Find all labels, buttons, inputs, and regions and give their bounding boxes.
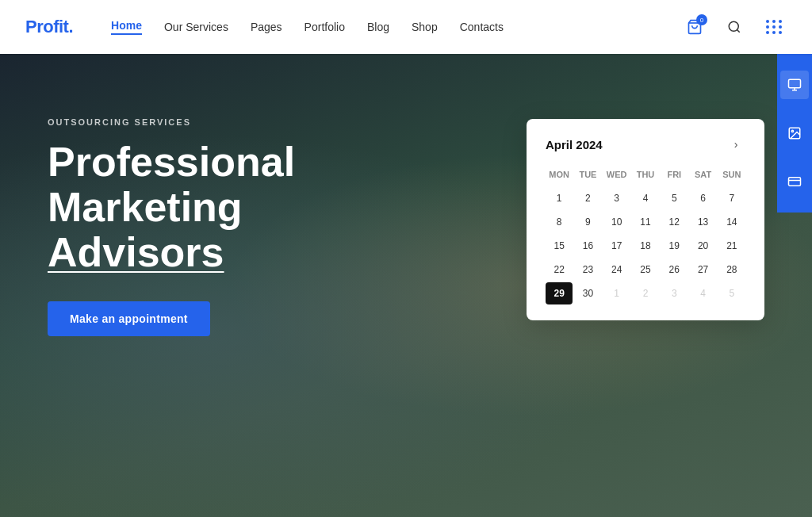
day-header-mon: MON bbox=[546, 167, 573, 186]
cal-day-21[interactable]: 21 bbox=[718, 235, 745, 257]
nav-home[interactable]: Home bbox=[111, 19, 142, 35]
cal-day-13[interactable]: 13 bbox=[689, 211, 716, 233]
right-sidebar bbox=[777, 54, 812, 213]
cal-day-18[interactable]: 18 bbox=[632, 235, 659, 257]
cal-day-next-5[interactable]: 5 bbox=[718, 282, 745, 304]
nav-pages[interactable]: Pages bbox=[251, 21, 282, 33]
cal-day-next-4[interactable]: 4 bbox=[689, 282, 716, 304]
logo[interactable]: Profit. bbox=[25, 17, 73, 37]
svg-rect-3 bbox=[789, 79, 801, 88]
day-header-sun: SUN bbox=[718, 167, 745, 186]
svg-line-2 bbox=[737, 29, 739, 32]
nav-shop[interactable]: Shop bbox=[412, 21, 438, 33]
day-header-tue: TUE bbox=[574, 167, 601, 186]
main-nav: Home Our Services Pages Portfolio Blog S… bbox=[111, 19, 682, 35]
cal-day-14[interactable]: 14 bbox=[718, 211, 745, 233]
cal-day-27[interactable]: 27 bbox=[689, 258, 716, 281]
hero-title-line2: Marketing bbox=[48, 184, 243, 230]
cal-day-16[interactable]: 16 bbox=[574, 235, 601, 257]
nav-contacts[interactable]: Contacts bbox=[460, 21, 504, 33]
logo-text: Profit bbox=[25, 17, 68, 36]
cal-day-12[interactable]: 12 bbox=[661, 211, 688, 233]
calendar-title: April 2024 bbox=[546, 138, 603, 151]
day-header-fri: FRI bbox=[661, 167, 688, 186]
hero-title-line1: Professional bbox=[48, 139, 295, 185]
sidebar-image-icon[interactable] bbox=[780, 119, 809, 147]
header-icons: 0 bbox=[682, 14, 787, 40]
calendar-next-button[interactable]: › bbox=[726, 135, 745, 154]
cart-badge: 0 bbox=[696, 14, 707, 25]
search-icon[interactable] bbox=[722, 14, 747, 40]
cal-day-10[interactable]: 10 bbox=[603, 211, 630, 233]
cart-icon[interactable]: 0 bbox=[682, 14, 707, 40]
nav-portfolio[interactable]: Portfolio bbox=[304, 21, 345, 33]
cal-day-next-1[interactable]: 1 bbox=[603, 282, 630, 304]
cal-day-19[interactable]: 19 bbox=[661, 235, 688, 257]
cal-day-1[interactable]: 1 bbox=[546, 187, 573, 209]
cal-day-6[interactable]: 6 bbox=[689, 187, 716, 209]
cal-day-5[interactable]: 5 bbox=[661, 187, 688, 209]
hero-title-line3: Advisors bbox=[48, 229, 224, 275]
cal-day-22[interactable]: 22 bbox=[546, 258, 573, 281]
calendar-popup: April 2024 › MON TUE WED THU FRI SAT SUN… bbox=[527, 119, 764, 320]
cal-day-25[interactable]: 25 bbox=[632, 258, 659, 281]
cal-day-30[interactable]: 30 bbox=[574, 282, 601, 304]
cal-day-17[interactable]: 17 bbox=[603, 235, 630, 257]
cal-day-9[interactable]: 9 bbox=[574, 211, 601, 233]
cal-day-11[interactable]: 11 bbox=[632, 211, 659, 233]
cal-day-28[interactable]: 28 bbox=[718, 258, 745, 281]
cal-day-next-3[interactable]: 3 bbox=[661, 282, 688, 304]
hero-title: Professional Marketing Advisors bbox=[48, 140, 476, 276]
header: Profit. Home Our Services Pages Portfoli… bbox=[0, 0, 812, 54]
nav-our-services[interactable]: Our Services bbox=[164, 21, 228, 33]
make-appointment-button[interactable]: Make an appointment bbox=[48, 301, 210, 336]
cal-day-26[interactable]: 26 bbox=[661, 258, 688, 281]
svg-rect-8 bbox=[789, 178, 801, 186]
svg-point-1 bbox=[729, 21, 738, 31]
sidebar-cart-icon[interactable] bbox=[780, 71, 809, 99]
cal-day-next-2[interactable]: 2 bbox=[632, 282, 659, 304]
cal-day-4[interactable]: 4 bbox=[632, 187, 659, 209]
day-header-sat: SAT bbox=[689, 167, 716, 186]
grid-menu-icon[interactable] bbox=[761, 14, 787, 40]
cal-day-20[interactable]: 20 bbox=[689, 235, 716, 257]
cal-day-23[interactable]: 23 bbox=[574, 258, 601, 281]
cal-day-2[interactable]: 2 bbox=[574, 187, 601, 209]
day-header-wed: WED bbox=[603, 167, 630, 186]
calendar-grid: MON TUE WED THU FRI SAT SUN 1 2 3 4 5 6 … bbox=[546, 167, 745, 304]
cal-day-3[interactable]: 3 bbox=[603, 187, 630, 209]
cal-day-15[interactable]: 15 bbox=[546, 235, 573, 257]
cal-day-8[interactable]: 8 bbox=[546, 211, 573, 233]
cal-day-24[interactable]: 24 bbox=[603, 258, 630, 281]
day-header-thu: THU bbox=[632, 167, 659, 186]
sidebar-card-icon[interactable] bbox=[780, 167, 809, 196]
calendar-header: April 2024 › bbox=[546, 135, 745, 154]
logo-dot: . bbox=[68, 17, 73, 36]
nav-blog[interactable]: Blog bbox=[367, 21, 389, 33]
dots-grid bbox=[766, 20, 783, 34]
cal-day-29[interactable]: 29 bbox=[546, 282, 573, 304]
cal-day-7[interactable]: 7 bbox=[718, 187, 745, 209]
svg-point-7 bbox=[791, 130, 793, 132]
